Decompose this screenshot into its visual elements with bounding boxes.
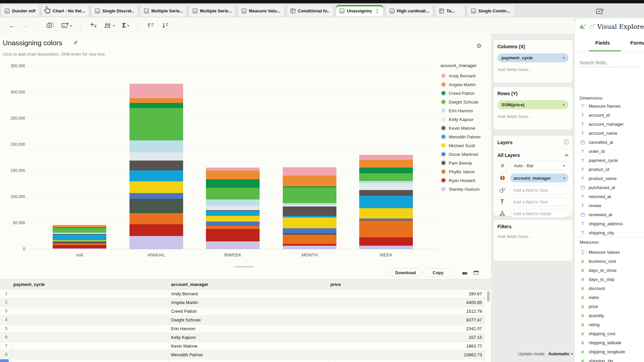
update-mode-select[interactable]: Automatic ▾ (548, 351, 573, 356)
bar-segment-annual-michael-scott[interactable] (129, 181, 183, 193)
download-button[interactable]: Download (390, 268, 421, 277)
bar-segment-null-oscar-martinez[interactable] (53, 241, 106, 242)
bar-size-button[interactable]: ▾ (104, 22, 115, 29)
field-item-product_name[interactable]: Tproduct_name (580, 174, 643, 183)
bar-segment-week-phyllis-vance[interactable] (359, 221, 413, 237)
field-item-order_id[interactable]: Torder_id (580, 147, 643, 156)
edit-title-button[interactable]: ✎ (73, 40, 77, 46)
bar-segment-null-ryan-howard[interactable] (53, 245, 106, 248)
table-row[interactable]: 8Meredith Palmer10862.73 (0, 351, 485, 359)
color-encoding-button[interactable] (497, 173, 507, 183)
field-item-reviewed_at[interactable]: reviewed_at (580, 210, 643, 219)
tab-measure-valu-[interactable]: Measure Valu... (238, 5, 284, 16)
bar-segment-week-kevin-malone[interactable] (359, 190, 413, 196)
chevron-up-icon[interactable] (565, 154, 569, 157)
bar-segment-annual-andy-bernard[interactable] (129, 84, 183, 99)
field-item-account_name[interactable]: Taccount_name (580, 129, 643, 138)
bar-segment-biweek-ryan-howard[interactable] (206, 229, 260, 241)
bar-segment-biweek-michael-scott[interactable] (206, 216, 260, 222)
field-item-review[interactable]: Treview (580, 201, 643, 210)
legend-item-kevin-malone[interactable]: Kevin Malone (440, 124, 491, 132)
bar-segment-month-erin-hannon[interactable] (283, 203, 336, 205)
field-item-quantity[interactable]: #quantity (580, 311, 643, 320)
field-item-discount[interactable]: #discount (580, 284, 643, 293)
info-icon[interactable]: ⓘ (564, 139, 569, 145)
field-item-shipping_zip[interactable]: #shipping_zip (580, 356, 643, 362)
bar-segment-month-angela-martin[interactable] (283, 176, 336, 186)
size-field-input[interactable]: Add a field to Size (509, 186, 569, 194)
mark-settings-button[interactable]: ⚙ (497, 161, 507, 170)
bar-segment-month-creed-patton[interactable] (283, 186, 336, 187)
bar-segment-month-dwight-schrute[interactable] (283, 187, 336, 203)
field-item-product_id[interactable]: Tproduct_id (580, 165, 643, 174)
field-item-measure-names[interactable]: TMeasure Names (580, 102, 643, 111)
columns-field-pill[interactable]: payment_cycle ▾ (497, 53, 569, 62)
bar-segment-week-erin-hannon[interactable] (359, 181, 413, 184)
column-header-price[interactable]: price (330, 282, 341, 287)
bar-segment-annual-oscar-martinez[interactable] (129, 193, 183, 199)
bar-segment-week-dwight-schrute[interactable] (359, 173, 413, 181)
bar-segment-month-pam-beesly[interactable] (283, 233, 336, 235)
bar-segment-biweek-kevin-malone[interactable] (206, 210, 260, 211)
tab-menu-kebab-icon[interactable]: ⋮ (374, 8, 380, 13)
bar-segment-week-meredith-palmer[interactable] (359, 196, 413, 208)
bar-segment-week-pam-beesly[interactable] (359, 220, 413, 221)
color-field-pill[interactable]: account_manager ▾ (510, 174, 569, 182)
redo-button[interactable]: → (22, 22, 29, 29)
bar-segment-biweek-meredith-palmer[interactable] (206, 211, 260, 216)
field-item-rating[interactable]: #rating (580, 320, 643, 329)
field-item-shipping_longitude[interactable]: #shipping_longitude (580, 347, 643, 356)
table-row[interactable]: 6Kelly Kapoor157.15 (0, 333, 485, 342)
tab-single-discret-[interactable]: Single Discret... (92, 5, 138, 16)
field-item-price[interactable]: #price (580, 302, 643, 311)
bar-segment-biweek-andy-bernard[interactable] (206, 168, 260, 171)
legend-item-pam-beesly[interactable]: Pam Beesly (440, 159, 491, 167)
bar-segment-null-dwight-schrute[interactable] (53, 228, 106, 232)
bar-segment-week-creed-patton[interactable] (359, 168, 413, 173)
copy-button[interactable]: Copy (423, 268, 453, 277)
field-item-measure-values[interactable]: Measure Values (580, 248, 643, 257)
minimize-table-button[interactable] (462, 272, 467, 275)
text-field-input[interactable]: Add a field to Text (509, 197, 569, 206)
legend-item-andy-bernard[interactable]: Andy Bernard (440, 71, 491, 80)
bar-segment-annual-ryan-howard[interactable] (129, 224, 183, 236)
tab-conditional-fo-[interactable]: Conditional fo... (287, 5, 333, 16)
legend-item-michael-scott[interactable]: Michael Scott (440, 141, 491, 150)
filters-add-fields-placeholder[interactable]: Add fields here... (497, 234, 569, 239)
table-row[interactable]: 5Erin Hannon2342.07 (0, 324, 485, 333)
legend-item-ryan-howard[interactable]: Ryan Howard (440, 176, 491, 185)
duplicate-chart-button[interactable] (47, 22, 54, 28)
columns-add-fields-placeholder[interactable]: Add fields here... (497, 67, 569, 72)
bar-segment-null-stanley-hudson[interactable] (53, 248, 106, 249)
bar-segment-week-ryan-howard[interactable] (359, 237, 413, 246)
legend-item-angela-martin[interactable]: Angela Martin (440, 80, 491, 89)
legend-item-dwight-schrute[interactable]: Dwight Schrute (440, 98, 491, 106)
bar-segment-week-andy-bernard[interactable] (359, 155, 413, 160)
field-item-business_size[interactable]: #business_size (580, 257, 643, 266)
bar-segment-month-ryan-howard[interactable] (283, 244, 336, 246)
bar-segment-annual-creed-patton[interactable] (129, 103, 183, 108)
bar-segment-biweek-pam-beesly[interactable] (206, 225, 260, 226)
bar-segment-biweek-angela-martin[interactable] (206, 171, 260, 179)
field-item-cancelled_at[interactable]: cancelled_at (580, 138, 643, 147)
legend-item-oscar-martinez[interactable]: Oscar Martinez (440, 150, 491, 159)
tab-ta-[interactable]: Ta... (436, 5, 465, 16)
bar-segment-biweek-kelly-kapoor[interactable] (206, 206, 260, 210)
rows-add-fields-placeholder[interactable]: Add fields here... (497, 114, 569, 119)
field-item-shipping_address[interactable]: Tshipping_address (580, 219, 643, 228)
bar-segment-biweek-oscar-martinez[interactable] (206, 222, 260, 225)
bar-segment-month-andy-bernard[interactable] (283, 167, 336, 176)
new-chart-button[interactable] (594, 7, 606, 15)
field-item-account_id[interactable]: Taccount_id (580, 111, 643, 120)
legend-item-creed-patton[interactable]: Creed Patton (440, 89, 491, 98)
bar-segment-null-erin-hannon[interactable] (53, 233, 106, 234)
tab-format[interactable]: Format (630, 40, 644, 46)
undo-button[interactable]: ← (9, 22, 15, 29)
swap-axes-button[interactable] (90, 22, 97, 29)
chart-title[interactable]: Unassigning colors (3, 39, 62, 47)
tab-multiple-serie-[interactable]: Multiple Serie... (189, 5, 235, 16)
detail-field-input[interactable]: Add a field to Detail (509, 209, 569, 218)
bar-segment-month-kelly-kapoor[interactable] (283, 205, 336, 206)
bar-segment-annual-angela-martin[interactable] (129, 98, 183, 103)
bar-segment-annual-dwight-schrute[interactable] (129, 108, 183, 140)
